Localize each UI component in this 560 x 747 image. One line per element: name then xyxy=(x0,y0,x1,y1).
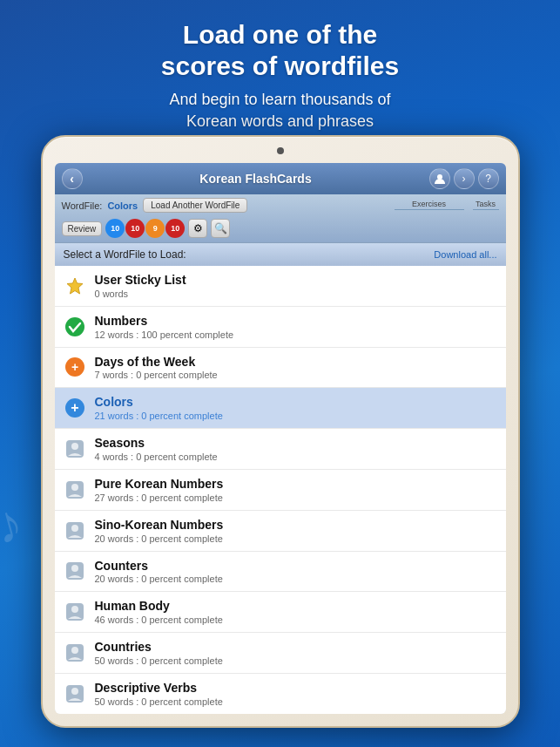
item-icon-check xyxy=(64,316,86,338)
search-icon-button[interactable]: 🔍 xyxy=(211,219,230,238)
svg-point-2 xyxy=(65,317,84,336)
item-content: Sino-Korean Numbers 20 words : 0 percent… xyxy=(95,518,497,544)
review-badges-row: Review 10 10 9 10 xyxy=(55,216,506,242)
list-item[interactable]: Human Body 46 words : 0 percent complete xyxy=(55,592,506,633)
badge-3: 9 xyxy=(145,219,165,238)
item-subtitle: 20 words : 0 percent complete xyxy=(95,574,497,584)
list-item[interactable]: Numbers 12 words : 100 percent complete xyxy=(55,307,506,348)
wordfile-label: WordFile: xyxy=(62,200,103,211)
list-item[interactable]: Counters 20 words : 0 percent complete xyxy=(55,552,506,593)
item-content: Countries 50 words : 0 percent complete xyxy=(95,640,497,666)
item-subtitle: 4 words : 0 percent complete xyxy=(95,452,497,462)
item-icon-gray xyxy=(64,520,86,542)
item-title: Descriptive Verbs xyxy=(95,681,497,696)
app-screen: ‹ Korean FlashCards › ? WordFile: Colors xyxy=(55,163,506,714)
list-item[interactable]: Descriptive Verbs 50 words : 0 percent c… xyxy=(55,674,506,714)
svg-text:+: + xyxy=(71,360,78,374)
avatar-icon[interactable] xyxy=(429,168,450,189)
wordfile-list: User Sticky List 0 words Numbers 12 word… xyxy=(55,266,506,714)
item-title: Colors xyxy=(95,395,497,410)
list-header-title: Select a WordFile to Load: xyxy=(64,248,186,261)
item-title: Seasons xyxy=(95,436,497,451)
wordfile-current-name: Colors xyxy=(107,200,138,211)
list-item-active[interactable]: + Colors 21 words : 0 percent complete xyxy=(55,388,506,429)
list-item[interactable]: Countries 50 words : 0 percent complete xyxy=(55,633,506,674)
back-button[interactable]: ‹ xyxy=(62,168,83,189)
item-content: Numbers 12 words : 100 percent complete xyxy=(95,314,497,340)
list-item[interactable]: Sino-Korean Numbers 20 words : 0 percent… xyxy=(55,511,506,552)
app-header: ‹ Korean FlashCards › ? xyxy=(55,163,506,194)
wordfile-row: WordFile: Colors Load Another WordFile E… xyxy=(55,194,506,216)
item-icon-gray xyxy=(64,682,86,705)
item-subtitle: 7 words : 0 percent complete xyxy=(95,370,497,380)
item-content: Pure Korean Numbers 27 words : 0 percent… xyxy=(95,477,497,503)
list-item[interactable]: User Sticky List 0 words xyxy=(55,266,506,307)
wordfile-exercises-header: WordFile: Colors Load Another WordFile E… xyxy=(55,194,506,243)
item-icon-star xyxy=(64,275,86,297)
app-title: Korean FlashCards xyxy=(83,172,429,186)
download-all-link[interactable]: Download all... xyxy=(434,249,496,260)
list-item[interactable]: Pure Korean Numbers 27 words : 0 percent… xyxy=(55,470,506,511)
svg-point-14 xyxy=(71,565,78,572)
item-title: Sino-Korean Numbers xyxy=(95,518,497,533)
item-title: Numbers xyxy=(95,314,497,329)
item-title: Counters xyxy=(95,559,497,574)
svg-text:+: + xyxy=(71,400,78,415)
headline-line2: scores of wordfiles xyxy=(161,51,399,80)
item-title: Human Body xyxy=(95,599,497,614)
item-icon-gray xyxy=(64,601,86,623)
item-content: Days of the Week 7 words : 0 percent com… xyxy=(95,355,497,381)
item-icon-gray xyxy=(64,438,86,460)
item-icon-orange: + xyxy=(64,356,86,378)
item-content: Human Body 46 words : 0 percent complete xyxy=(95,599,497,625)
item-title: User Sticky List xyxy=(95,273,497,288)
svg-point-20 xyxy=(71,688,78,695)
item-content: Colors 21 words : 0 percent complete xyxy=(95,395,497,421)
help-button[interactable]: ? xyxy=(478,168,499,189)
tasks-section-label: Tasks xyxy=(476,200,496,208)
svg-point-10 xyxy=(71,484,78,491)
tasks-divider xyxy=(473,209,499,210)
item-title: Days of the Week xyxy=(95,355,497,370)
badge-1: 10 xyxy=(105,219,125,238)
list-section-header: Select a WordFile to Load: Download all.… xyxy=(55,243,506,266)
list-item[interactable]: Seasons 4 words : 0 percent complete xyxy=(55,429,506,470)
item-icon-blue: + xyxy=(64,397,86,419)
item-content: Counters 20 words : 0 percent complete xyxy=(95,559,497,585)
svg-point-12 xyxy=(71,525,78,532)
settings-icon-button[interactable]: ⚙ xyxy=(188,219,207,238)
item-title: Countries xyxy=(95,640,497,655)
item-subtitle: 21 words : 0 percent complete xyxy=(95,411,497,421)
item-subtitle: 50 words : 0 percent complete xyxy=(95,696,497,707)
top-text-section: Load one of the scores of wordfiles And … xyxy=(0,0,560,146)
svg-marker-1 xyxy=(67,278,83,294)
header-right-controls: › ? xyxy=(429,168,499,189)
badge-2: 10 xyxy=(125,219,145,238)
item-subtitle: 46 words : 0 percent complete xyxy=(95,615,497,625)
item-subtitle: 20 words : 0 percent complete xyxy=(95,533,497,544)
item-icon-gray xyxy=(64,560,86,582)
item-subtitle: 27 words : 0 percent complete xyxy=(95,492,497,503)
item-content: Descriptive Verbs 50 words : 0 percent c… xyxy=(95,681,497,707)
subheadline: And begin to learn thousands ofKorean wo… xyxy=(35,89,525,132)
exercises-divider xyxy=(395,209,464,210)
item-content: User Sticky List 0 words xyxy=(95,273,497,299)
list-item[interactable]: + Days of the Week 7 words : 0 percent c… xyxy=(55,348,506,389)
item-subtitle: 50 words : 0 percent complete xyxy=(95,655,497,666)
item-icon-gray xyxy=(64,642,86,664)
item-subtitle: 12 words : 100 percent complete xyxy=(95,329,497,340)
review-button[interactable]: Review xyxy=(62,221,103,236)
svg-point-18 xyxy=(71,647,78,654)
headline: Load one of the scores of wordfiles xyxy=(35,19,525,82)
item-icon-gray xyxy=(64,479,86,501)
badge-4: 10 xyxy=(165,219,185,238)
headline-line1: Load one of the xyxy=(183,20,377,49)
load-wordfile-button[interactable]: Load Another WordFile xyxy=(143,198,247,213)
exercises-section-label: Exercises xyxy=(412,200,446,208)
tablet-camera xyxy=(277,147,284,154)
item-content: Seasons 4 words : 0 percent complete xyxy=(95,436,497,462)
svg-point-16 xyxy=(71,606,78,613)
svg-point-8 xyxy=(71,443,78,450)
tablet-frame: ‹ Korean FlashCards › ? WordFile: Colors xyxy=(41,135,520,728)
forward-button[interactable]: › xyxy=(454,168,475,189)
